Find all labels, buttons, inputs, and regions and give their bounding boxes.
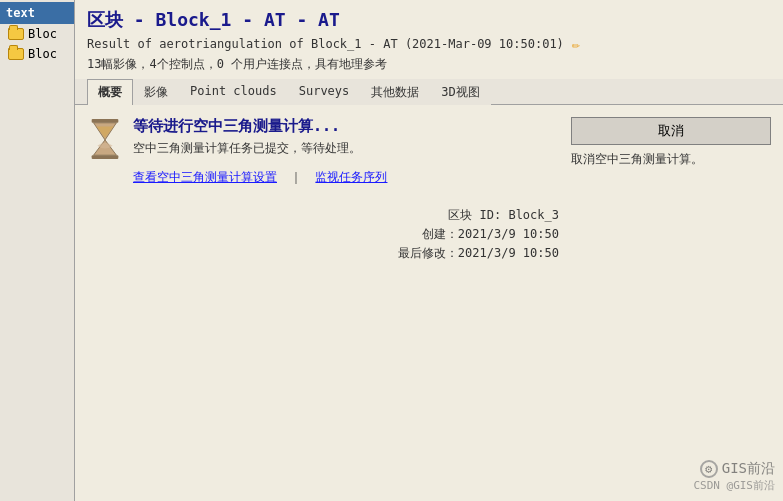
sidebar-header-label: text — [6, 6, 35, 20]
tab-point-clouds[interactable]: Point clouds — [179, 79, 288, 105]
subtitle-text: Result of aerotriangulation of Block_1 -… — [87, 37, 564, 51]
svg-rect-1 — [92, 155, 119, 159]
sidebar-header: text — [0, 2, 74, 24]
tabs-bar: 概要 影像 Point clouds Surveys 其他数据 3D视图 — [75, 79, 783, 105]
monitor-link[interactable]: 监视任务序列 — [315, 170, 387, 184]
page-title: 区块 - Block_1 - AT - AT — [75, 0, 783, 36]
edit-icon[interactable]: ✏ — [572, 36, 580, 52]
svg-rect-0 — [92, 119, 119, 123]
tab-3d-view[interactable]: 3D视图 — [430, 79, 490, 105]
cancel-button[interactable]: 取消 — [571, 117, 771, 145]
sidebar-item-1[interactable]: Bloc — [0, 24, 74, 44]
pending-section: 等待进行空中三角测量计算... 空中三角测量计算任务已提交，等待处理。 查看空中… — [87, 117, 559, 186]
settings-link[interactable]: 查看空中三角测量计算设置 — [133, 170, 277, 184]
watermark: ⚙ GIS前沿 CSDN @GIS前沿 — [693, 460, 775, 493]
tab-surveys[interactable]: Surveys — [288, 79, 361, 105]
tab-images[interactable]: 影像 — [133, 79, 179, 105]
info-line: 13幅影像，4个控制点，0 个用户连接点，具有地理参考 — [75, 56, 783, 79]
watermark-logo: ⚙ GIS前沿 — [693, 460, 775, 478]
left-panel: 等待进行空中三角测量计算... 空中三角测量计算任务已提交，等待处理。 查看空中… — [87, 117, 559, 489]
watermark-brand: GIS前沿 — [722, 460, 775, 478]
links-line: 查看空中三角测量计算设置 ｜ 监视任务序列 — [133, 169, 387, 186]
sidebar-item-label-1: Bloc — [28, 27, 57, 41]
block-modified: 最后修改：2021/3/9 10:50 — [87, 244, 559, 263]
sidebar-item-label-2: Bloc — [28, 47, 57, 61]
watermark-sub: CSDN @GIS前沿 — [693, 478, 775, 493]
sidebar: text Bloc Bloc — [0, 0, 75, 501]
cancel-desc: 取消空中三角测量计算。 — [571, 151, 771, 168]
gear-icon: ⚙ — [700, 460, 718, 478]
block-info: 区块 ID: Block_3 创建：2021/3/9 10:50 最后修改：20… — [87, 206, 559, 264]
pending-title: 等待进行空中三角测量计算... — [133, 117, 387, 136]
block-id: 区块 ID: Block_3 — [87, 206, 559, 225]
content-area: 等待进行空中三角测量计算... 空中三角测量计算任务已提交，等待处理。 查看空中… — [75, 105, 783, 501]
separator: ｜ — [290, 170, 309, 184]
pending-text-block: 等待进行空中三角测量计算... 空中三角测量计算任务已提交，等待处理。 查看空中… — [133, 117, 387, 186]
subtitle-bar: Result of aerotriangulation of Block_1 -… — [75, 36, 783, 56]
pending-subtitle: 空中三角测量计算任务已提交，等待处理。 — [133, 140, 387, 157]
folder-icon-2 — [8, 48, 24, 60]
tab-overview[interactable]: 概要 — [87, 79, 133, 105]
right-panel: 取消 取消空中三角测量计算。 — [571, 117, 771, 489]
folder-icon-1 — [8, 28, 24, 40]
hourglass-icon — [87, 119, 123, 159]
block-created: 创建：2021/3/9 10:50 — [87, 225, 559, 244]
tab-other-data[interactable]: 其他数据 — [360, 79, 430, 105]
main-content: 区块 - Block_1 - AT - AT Result of aerotri… — [75, 0, 783, 501]
sidebar-item-2[interactable]: Bloc — [0, 44, 74, 64]
